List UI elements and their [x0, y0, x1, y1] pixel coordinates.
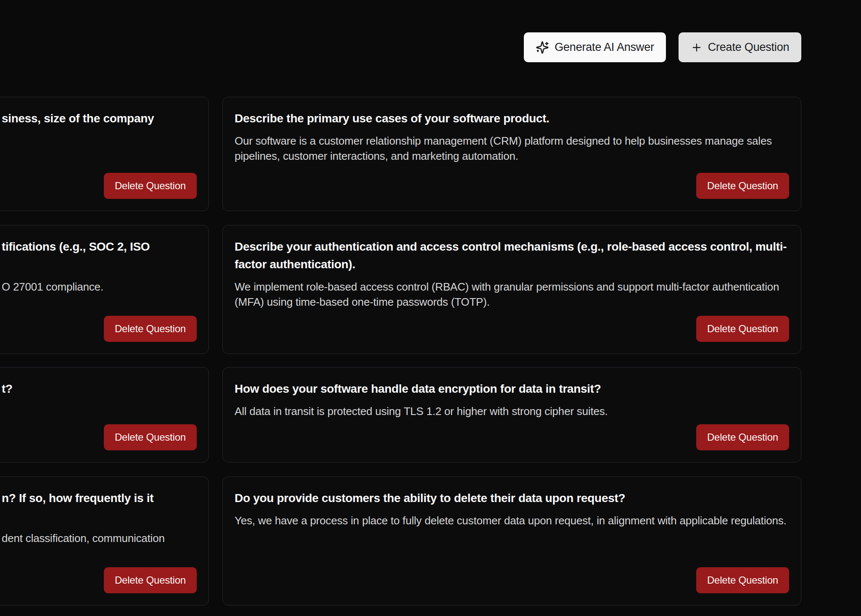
- question-card: n? If so, how frequently is it dent clas…: [0, 476, 209, 605]
- question-text: Do you provide customers the ability to …: [235, 489, 789, 507]
- delete-question-button[interactable]: Delete Question: [104, 567, 197, 593]
- delete-question-button[interactable]: Delete Question: [696, 173, 789, 199]
- question-card: siness, size of the company Delete Quest…: [0, 97, 209, 211]
- question-text: siness, size of the company: [2, 110, 154, 127]
- answer-text: We implement role-based access control (…: [235, 279, 789, 309]
- delete-question-button[interactable]: Delete Question: [696, 316, 789, 342]
- plus-icon: [691, 42, 703, 53]
- question-text: tifications (e.g., SOC 2, ISO: [2, 238, 150, 256]
- delete-question-button[interactable]: Delete Question: [104, 173, 197, 199]
- question-text: Describe the primary use cases of your s…: [235, 110, 789, 127]
- answer-text: All data in transit is protected using T…: [235, 404, 789, 419]
- question-card: t? Delete Question: [0, 367, 209, 463]
- question-text: n? If so, how frequently is it: [2, 489, 153, 507]
- answer-text: O 27001 compliance.: [2, 279, 103, 294]
- answer-text: Our software is a customer relationship …: [235, 133, 789, 164]
- answer-text: Yes, we have a process in place to fully…: [235, 513, 789, 528]
- delete-question-button[interactable]: Delete Question: [104, 424, 197, 450]
- question-text: Describe your authentication and access …: [235, 238, 789, 273]
- create-question-label: Create Question: [708, 41, 790, 54]
- delete-question-button[interactable]: Delete Question: [696, 424, 789, 450]
- question-text: How does your software handle data encry…: [235, 380, 789, 398]
- create-question-button[interactable]: Create Question: [679, 32, 801, 62]
- question-card: Do you provide customers the ability to …: [222, 476, 801, 605]
- question-card: How does your software handle data encry…: [222, 367, 801, 463]
- question-card: Describe the primary use cases of your s…: [222, 97, 801, 211]
- generate-ai-answer-label: Generate AI Answer: [555, 41, 654, 54]
- question-text: t?: [2, 380, 13, 398]
- delete-question-button[interactable]: Delete Question: [104, 316, 197, 342]
- answer-text: dent classification, communication: [2, 531, 165, 546]
- sparkles-icon: [536, 41, 549, 54]
- generate-ai-answer-button[interactable]: Generate AI Answer: [524, 32, 666, 62]
- question-card: tifications (e.g., SOC 2, ISO O 27001 co…: [0, 225, 209, 354]
- delete-question-button[interactable]: Delete Question: [696, 567, 789, 593]
- question-card: Describe your authentication and access …: [222, 225, 801, 354]
- questions-page: Generate AI Answer Create Question sines…: [0, 0, 861, 616]
